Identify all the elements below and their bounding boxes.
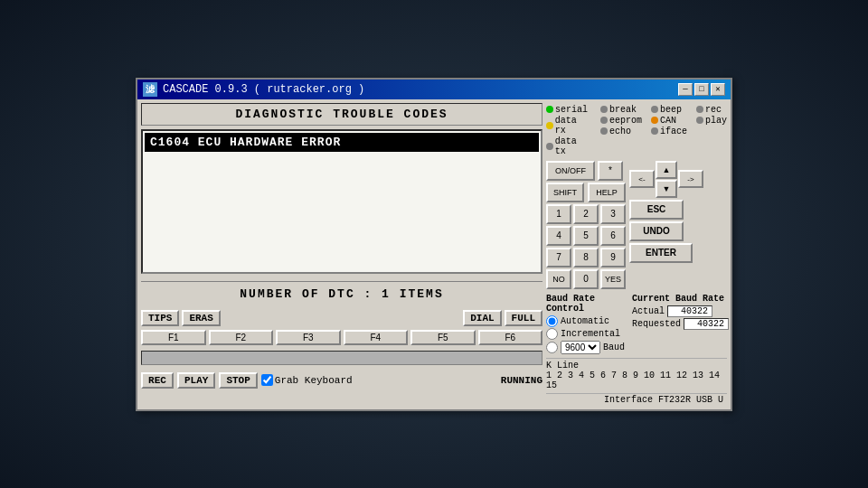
dtc-header: DIAGNOSTIC TROUBLE CODES — [141, 103, 542, 126]
grab-keyboard-checkbox[interactable] — [261, 374, 273, 386]
title-bar-left: 滤 CASCADE 0.9.3 ( rutracker.org ) — [143, 82, 364, 97]
shift-help-row: SHIFT HELP — [546, 183, 626, 202]
maximize-button[interactable]: □ — [694, 83, 709, 96]
title-bar: 滤 CASCADE 0.9.3 ( rutracker.org ) — □ ✕ — [137, 80, 731, 99]
no-button[interactable]: NO — [546, 269, 571, 289]
bottom-row: REC PLAY STOP Grab Keyboard RUNNING — [141, 371, 542, 390]
num2-button[interactable]: 2 — [573, 204, 599, 224]
eras-button[interactable]: ERAS — [182, 310, 220, 326]
baud-label: Baud — [603, 343, 625, 352]
grab-keyboard-text: Grab Keyboard — [275, 375, 353, 386]
incremental-radio[interactable] — [546, 328, 558, 340]
incremental-row: Incremental — [546, 328, 625, 340]
num6-button[interactable]: 6 — [600, 226, 626, 246]
nav-down-button[interactable]: ▼ — [656, 180, 677, 198]
minimize-button[interactable]: — — [678, 83, 693, 96]
f5-button[interactable]: F5 — [410, 330, 476, 345]
num7-button[interactable]: 7 — [546, 248, 571, 267]
nav-up-button[interactable]: ▲ — [656, 161, 677, 179]
dtc-error-line: C1604 ECU HARDWARE ERROR — [145, 133, 539, 152]
baud-section: Baud Rate Control Automatic Incremental … — [546, 294, 727, 355]
tips-button[interactable]: TIPS — [141, 310, 179, 326]
actual-value: 40322 — [667, 305, 712, 317]
numpad-section: ON/OFF * SHIFT HELP 1 2 3 — [546, 161, 626, 289]
f2-button[interactable]: F2 — [209, 330, 274, 345]
progress-bar — [141, 351, 542, 365]
current-baud-title: Current Baud Rate — [632, 294, 729, 304]
echo-indicator: echo — [600, 127, 642, 136]
automatic-label: Automatic — [561, 316, 609, 326]
enter-button[interactable]: ENTER — [629, 243, 693, 263]
manual-radio[interactable] — [546, 342, 558, 353]
baud-control: Baud Rate Control Automatic Incremental … — [546, 294, 625, 355]
dtc-display: C1604 ECU HARDWARE ERROR — [141, 129, 542, 274]
nav-right-button[interactable]: -> — [678, 170, 703, 188]
interface-label: Interface — [604, 395, 653, 405]
status-badge: RUNNING — [501, 375, 542, 386]
left-panel: DIAGNOSTIC TROUBLE CODES C1604 ECU HARDW… — [141, 103, 542, 406]
num4-button[interactable]: 4 — [546, 226, 571, 246]
close-button[interactable]: ✕ — [711, 83, 725, 96]
automatic-radio[interactable] — [546, 315, 558, 327]
nav-left-button[interactable]: <- — [629, 170, 655, 188]
controls-area: ON/OFF * SHIFT HELP 1 2 3 — [546, 161, 727, 289]
num1-button[interactable]: 1 — [546, 204, 571, 224]
rec-button[interactable]: REC — [141, 372, 174, 389]
play-indicator: play — [696, 116, 727, 126]
help-button[interactable]: HELP — [588, 183, 626, 202]
yes-button[interactable]: YES — [600, 269, 626, 289]
iface-dot — [651, 127, 658, 135]
play-button[interactable]: PLAY — [177, 372, 215, 389]
window-title: CASCADE 0.9.3 ( rutracker.org ) — [163, 83, 364, 96]
star-button[interactable]: * — [598, 161, 623, 181]
f6-button[interactable]: F6 — [478, 330, 543, 345]
eeprom-dot — [600, 117, 608, 124]
kline-label: K Line — [546, 361, 579, 371]
numpad-row-no0yes: NO 0 YES — [546, 269, 626, 289]
undo-button[interactable]: UNDO — [629, 221, 684, 241]
numpad-row-123: 1 2 3 — [546, 204, 626, 224]
numpad-row-789: 7 8 9 — [546, 248, 626, 267]
requested-label: Requested — [632, 319, 681, 329]
dial-button[interactable]: DIAL — [463, 310, 501, 326]
num3-button[interactable]: 3 — [600, 204, 626, 224]
eeprom-indicator: eeprom — [600, 116, 642, 126]
data-tx-dot — [546, 143, 553, 150]
dtc-count: NUMBER OF DTC : 1 ITEMS — [141, 281, 542, 306]
on-off-button[interactable]: ON/OFF — [546, 161, 595, 181]
num5-button[interactable]: 5 — [573, 226, 599, 246]
indicator-section: serial data rx data tx break — [546, 103, 727, 158]
data-rx-dot — [546, 122, 553, 129]
nav-row-top: <- ▲ ▼ -> — [629, 161, 703, 198]
baud-select[interactable]: 9600 — [561, 341, 600, 354]
right-panel: serial data rx data tx break — [546, 103, 727, 406]
serial-indicator: serial — [546, 105, 591, 115]
break-dot — [600, 106, 608, 113]
num0-button[interactable]: 0 — [573, 269, 599, 289]
num9-button[interactable]: 9 — [600, 248, 626, 267]
f1-button[interactable]: F1 — [141, 330, 206, 345]
nav-arrows: <- ▲ ▼ -> — [629, 161, 703, 198]
stop-button[interactable]: STOP — [219, 372, 257, 389]
full-button[interactable]: FULL — [505, 310, 542, 326]
break-indicator: break — [600, 105, 642, 115]
shift-button[interactable]: SHIFT — [546, 183, 584, 202]
app-icon: 滤 — [143, 82, 157, 97]
interface-bar: Interface FT232R USB U — [546, 393, 727, 406]
manual-baud-row: 9600 Baud — [546, 341, 625, 354]
title-bar-buttons: — □ ✕ — [678, 83, 725, 96]
can-indicator: CAN — [651, 116, 687, 126]
data-tx-indicator: data tx — [546, 136, 591, 156]
iface-indicator: iface — [651, 127, 687, 136]
play-dot — [696, 117, 703, 124]
f3-button[interactable]: F3 — [276, 330, 341, 345]
actual-label: Actual — [632, 306, 665, 316]
main-window: 滤 CASCADE 0.9.3 ( rutracker.org ) — □ ✕ … — [136, 78, 732, 411]
can-dot — [651, 117, 658, 124]
esc-button[interactable]: ESC — [629, 200, 684, 220]
num8-button[interactable]: 8 — [573, 248, 599, 267]
automatic-row: Automatic — [546, 315, 625, 327]
f4-button[interactable]: F4 — [344, 330, 409, 345]
beep-indicator: beep — [651, 105, 687, 115]
numpad-row-456: 4 5 6 — [546, 226, 626, 246]
